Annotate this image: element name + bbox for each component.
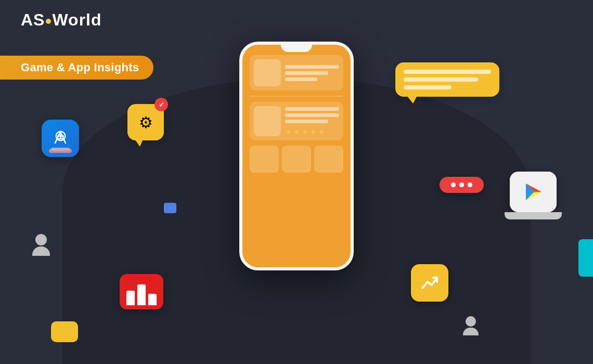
dot-1 [451, 183, 456, 187]
star-icon: ★ [310, 127, 317, 136]
user-body-right [463, 328, 479, 335]
logo-dot [46, 19, 51, 24]
google-play-icon [510, 172, 557, 212]
speech-bubble [395, 62, 499, 97]
phone-wrapper: ★ ★ ★ ★ ★ [239, 42, 354, 270]
phone-lines-2: ★ ★ ★ ★ ★ [285, 106, 339, 136]
phone: ★ ★ ★ ★ ★ [239, 42, 354, 270]
insights-label: Game & App Insights [21, 61, 139, 74]
insights-badge: Game & App Insights [0, 56, 153, 80]
speech-bubble-wrapper [395, 62, 499, 97]
star-icon: ★ [302, 127, 308, 136]
star-icon: ★ [293, 127, 300, 136]
phone-line [285, 113, 339, 117]
small-yellow-rect [51, 321, 78, 342]
app-store-svg [51, 129, 69, 147]
cyan-rect [578, 239, 593, 277]
phone-line [285, 120, 328, 123]
app-store-icon: ⊕ [42, 120, 79, 157]
bubble-tail [135, 139, 143, 147]
speech-bubble-tail [407, 96, 417, 103]
bubble-line-med [404, 77, 478, 82]
phone-thumb-2 [254, 106, 281, 136]
phone-line [285, 65, 339, 69]
star-icon: ★ [285, 127, 292, 136]
red-pill-button[interactable] [440, 177, 484, 193]
bar-2 [137, 284, 146, 305]
dot-3 [468, 183, 472, 187]
phone-stars: ★ ★ ★ ★ ★ [285, 127, 339, 136]
grid-item [314, 146, 343, 173]
notification-check: ✓ [154, 98, 168, 111]
phone-line [285, 71, 328, 75]
google-play-svg [522, 180, 545, 203]
user-icon-right [463, 316, 479, 335]
header: ASWorld [21, 10, 102, 30]
user-head-right [466, 316, 476, 327]
phone-line [285, 77, 317, 81]
bubble-line-short [404, 85, 452, 89]
phone-section-2: ★ ★ ★ ★ ★ [250, 102, 343, 140]
phone-divider [250, 96, 343, 97]
google-play-shelf [505, 212, 562, 219]
logo-text: ASWorld [21, 10, 102, 30]
app-store-shelf [49, 149, 72, 153]
trend-arrow-svg [420, 274, 439, 292]
phone-grid [250, 146, 343, 173]
user-head-left [35, 234, 47, 245]
google-play-wrapper [510, 172, 562, 219]
chart-icon [120, 274, 163, 309]
gear-icon: ⚙ [139, 113, 153, 132]
grid-item [282, 146, 311, 173]
user-icon-left [32, 234, 50, 256]
phone-section-1 [250, 55, 343, 90]
grid-item [250, 146, 279, 173]
phone-lines-1 [285, 59, 339, 86]
bar-1 [126, 291, 135, 305]
star-icon: ★ [318, 127, 325, 136]
phone-line [285, 107, 339, 111]
bar-3 [148, 294, 157, 305]
settings-bubble-wrapper: ✓ ⚙ [127, 104, 164, 140]
small-blue-rect [164, 203, 176, 213]
phone-thumb-1 [254, 59, 281, 86]
bubble-line-full [404, 70, 491, 74]
user-body-left [32, 246, 50, 256]
phone-notch [281, 45, 312, 52]
dot-2 [459, 183, 464, 187]
trend-icon [411, 264, 448, 302]
